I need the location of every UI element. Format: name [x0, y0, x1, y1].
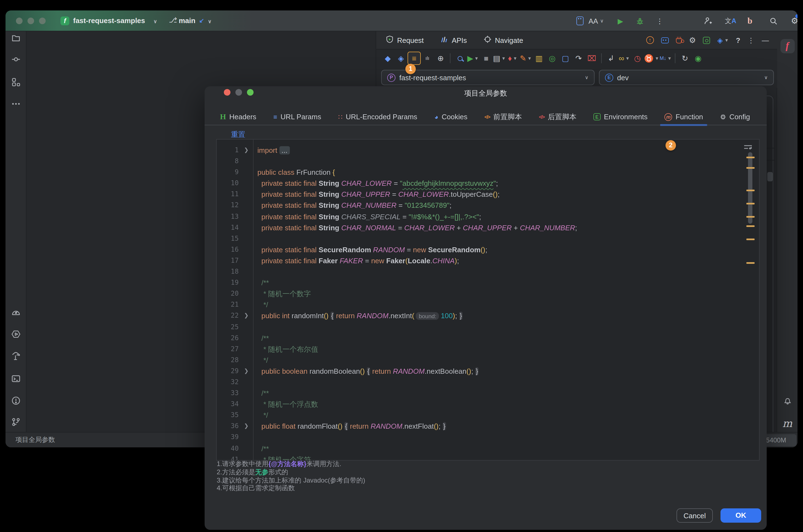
proxy-icon[interactable]: ♉▼: [644, 52, 659, 65]
connect-icon[interactable]: ◉: [692, 52, 705, 65]
project-combo-icon: P: [387, 73, 396, 82]
code-line: /**: [257, 443, 577, 454]
dtab-pre-script[interactable]: </>前置脚本: [483, 108, 523, 125]
debug-button[interactable]: [636, 15, 644, 26]
hide-toolwindow-icon[interactable]: —: [762, 36, 769, 44]
tab-navigate[interactable]: Navigate: [483, 35, 523, 45]
add-user-icon[interactable]: [704, 15, 712, 26]
dtab-cookies[interactable]: ◕Cookies: [433, 108, 468, 125]
git-tool-icon[interactable]: [11, 417, 21, 429]
fold-arrow-icon[interactable]: ❯: [244, 368, 249, 374]
close-window-button[interactable]: [16, 18, 22, 24]
code-line: * 随机一个布尔值: [257, 344, 577, 355]
import-icon[interactable]: ↲: [604, 52, 618, 65]
status-message: 项目全局参数: [15, 435, 55, 444]
cards-icon[interactable]: ▥: [532, 52, 546, 65]
copy-icon[interactable]: ▢: [559, 52, 572, 65]
markdown-icon[interactable]: M↓▼: [659, 52, 672, 65]
redo-icon[interactable]: ↷: [572, 52, 585, 65]
save-icon[interactable]: ▤▼: [493, 52, 506, 65]
editor-gutter: 1❯8910111213141516171819202122❯252627282…: [217, 145, 253, 460]
code-line: * 随机一个字符: [257, 454, 577, 460]
zoom-window-button[interactable]: [39, 18, 45, 24]
translate-icon[interactable]: 文A: [725, 15, 736, 26]
layers-icon[interactable]: ◈▼: [717, 36, 729, 44]
more-actions-icon[interactable]: ⋮: [656, 15, 663, 26]
toolwindow-combos: P fast-request-samples ∨ E dev ∨: [376, 67, 777, 88]
tab-apis[interactable]: APIs: [440, 35, 467, 45]
cancel-button[interactable]: Cancel: [676, 508, 713, 522]
dtab-function[interactable]: mFunction: [663, 108, 704, 125]
settings-icon[interactable]: ⚙: [791, 15, 798, 26]
window-tab-icon[interactable]: [577, 15, 584, 26]
ok-button[interactable]: OK: [720, 508, 761, 522]
donate-coffee-icon[interactable]: [676, 37, 682, 43]
tab-request[interactable]: Request: [386, 35, 424, 45]
header-more-icon[interactable]: ⋮: [747, 36, 754, 44]
feedback-icon[interactable]: [661, 37, 669, 43]
maven-tool-icon[interactable]: m: [782, 417, 792, 429]
editor-scrollbar-thumb[interactable]: [748, 152, 752, 224]
incoming-commits-icon[interactable]: ↙: [199, 17, 204, 24]
clean-icon[interactable]: ⌧: [585, 52, 598, 65]
fold-arrow-icon[interactable]: ❯: [244, 312, 249, 319]
code-line: public boolean randomBoolean() { return …: [257, 366, 577, 377]
link-icon[interactable]: ∞▼: [618, 52, 631, 65]
api-list-icon[interactable]: ılı: [421, 52, 434, 65]
history-icon[interactable]: ◷: [631, 52, 644, 65]
dtab-environments[interactable]: EEnvironments: [592, 108, 649, 125]
more-tools-icon[interactable]: [11, 99, 21, 111]
reset-link[interactable]: 重置: [231, 130, 245, 140]
stop-icon[interactable]: ■: [480, 52, 493, 65]
run-config-selector[interactable]: AA ∨: [588, 15, 604, 26]
upgrade-icon[interactable]: ↑: [646, 36, 654, 44]
global-params-icon[interactable]: ≡: [407, 52, 421, 65]
search-everywhere-icon[interactable]: [769, 15, 778, 26]
panel-scrollbar-thumb[interactable]: [767, 172, 773, 182]
refresh-icon[interactable]: ↻: [678, 52, 692, 65]
run-button[interactable]: ▶: [618, 15, 623, 26]
fold-arrow-icon[interactable]: ❯: [244, 423, 249, 429]
toolwindow-header-icons: ↑ ⚙ ◈▼ ? ⋮ —: [646, 31, 769, 49]
minimize-window-button[interactable]: [28, 18, 34, 24]
fold-arrow-icon[interactable]: ❯: [244, 147, 249, 153]
plugin-icon[interactable]: ◆: [381, 52, 394, 65]
project-selector[interactable]: fast-request-samples: [73, 17, 145, 25]
problems-tool-icon[interactable]: [11, 396, 21, 408]
dtab-url-encoded[interactable]: ∷URL-Encoded Params: [337, 108, 418, 125]
search-icon[interactable]: [453, 52, 467, 65]
api-shield-icon[interactable]: ◈: [394, 52, 407, 65]
wechat-icon[interactable]: [703, 37, 710, 44]
profiler-tool-icon[interactable]: [11, 307, 21, 319]
dtab-post-script[interactable]: </>后置脚本: [538, 108, 578, 125]
target-icon[interactable]: ◎: [546, 52, 559, 65]
step-badge-1: 1: [405, 64, 416, 74]
code-line: [257, 322, 577, 333]
branch-selector[interactable]: main: [179, 17, 196, 25]
step-badge-2: 2: [665, 140, 676, 151]
commit-tool-icon[interactable]: [11, 54, 21, 66]
build-tool-icon[interactable]: [11, 351, 21, 363]
project-tool-icon[interactable]: [11, 33, 21, 45]
flame-icon[interactable]: ♦▼: [506, 52, 519, 65]
dtab-url-params[interactable]: ≡URL Params: [272, 108, 322, 125]
note-line: 1.请求参数中使用{@方法名称}来调用方法.: [217, 460, 365, 468]
dtab-headers[interactable]: HHeaders: [219, 108, 257, 125]
toolwindow-settings-icon[interactable]: ⚙: [689, 36, 696, 44]
dialog-tabs: HHeaders≡URL Params∷URL-Encoded Params◕C…: [219, 108, 751, 125]
env-combo[interactable]: E dev ∨: [599, 70, 774, 85]
pen-icon[interactable]: ✎▼: [519, 52, 532, 65]
fast-request-tool-icon[interactable]: f: [780, 39, 795, 53]
help-icon[interactable]: ?: [736, 36, 740, 44]
dtab-config[interactable]: ⚙Config: [719, 108, 751, 125]
locate-icon[interactable]: ⊕: [434, 52, 447, 65]
toolwindow-toolbar: ◆◈≡ılı⊕▶▼■▤▼♦▼✎▼▥◎▢↷⌧↲∞▼◷♉▼M↓▼↻◉: [376, 49, 777, 67]
notifications-bell-icon[interactable]: [783, 396, 792, 407]
send-icon[interactable]: ▶▼: [467, 52, 480, 65]
services-tool-icon[interactable]: [11, 329, 21, 341]
bito-icon[interactable]: b: [747, 15, 752, 26]
dtab-url-encoded-icon: ∷: [338, 113, 342, 121]
structure-tool-icon[interactable]: [11, 77, 21, 89]
function-code-editor[interactable]: 1❯8910111213141516171819202122❯252627282…: [216, 139, 760, 460]
terminal-tool-icon[interactable]: [11, 374, 21, 386]
